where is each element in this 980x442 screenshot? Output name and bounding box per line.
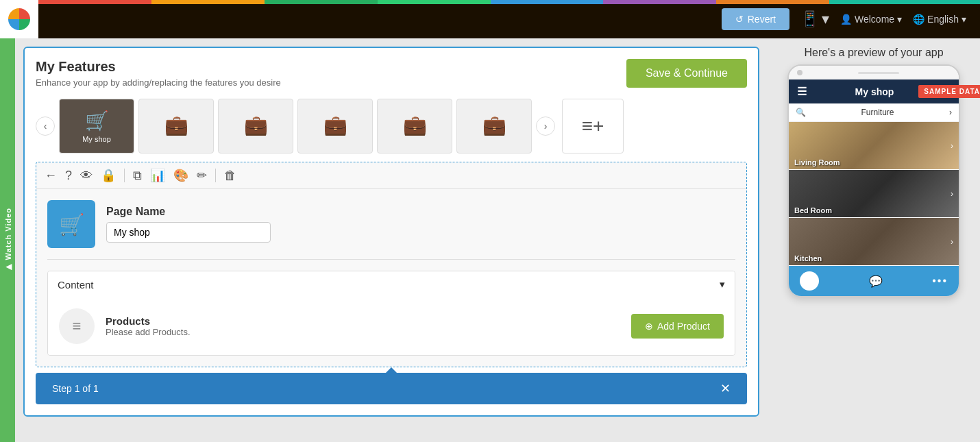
phone-speaker [858, 72, 899, 74]
revert-icon: ↺ [735, 14, 744, 25]
briefcase-icon-3: 💼 [244, 114, 268, 136]
phone-notch [789, 66, 959, 79]
feature-item-myshop[interactable]: 🛒 My shop [59, 99, 134, 154]
add-more-icon: ≡+ [582, 115, 604, 137]
watch-video-sidebar[interactable]: ▶ Watch Video [0, 38, 15, 442]
step-text: Step 1 of 1 [52, 383, 99, 394]
edit-icon[interactable]: ✏ [197, 168, 207, 183]
top-bar-left [0, 0, 38, 38]
content-label: Content [58, 279, 94, 291]
globe-icon: 🌐 [913, 14, 924, 25]
phone-menu-icon[interactable]: ☰ [797, 85, 807, 98]
lock-icon[interactable]: 🔒 [101, 168, 116, 183]
phone-image-grid: Living Room › Bed Room › Kitchen › [789, 122, 959, 266]
back-button[interactable]: ← [45, 169, 57, 183]
phone-more-icon[interactable]: ••• [932, 275, 948, 287]
language-menu[interactable]: 🌐 English ▾ [913, 14, 966, 25]
briefcase-icon-4: 💼 [323, 114, 347, 136]
page-cart-icon: 🛒 [59, 212, 84, 236]
watch-video-label: ▶ Watch Video [3, 208, 12, 272]
step-close-button[interactable]: ✕ [720, 381, 731, 396]
palette-icon[interactable]: 🎨 [173, 168, 188, 183]
toolbar-divider-1 [124, 169, 125, 182]
features-header: My Features Enhance your app by adding/r… [36, 59, 747, 88]
features-icons-row: ‹ 🛒 My shop 💼 💼 💼 💼 [36, 99, 747, 154]
sample-data-badge: SAMPLE DATA [918, 85, 980, 98]
add-more-button[interactable]: ≡+ [562, 99, 624, 154]
list-icon: ≡ [73, 317, 82, 335]
preview-title: Here's a preview of your app [776, 47, 972, 59]
phone-camera [797, 70, 803, 75]
help-icon[interactable]: ? [65, 169, 72, 183]
bedroom-arrow: › [951, 189, 953, 199]
save-continue-button[interactable]: Save & Continue [626, 59, 747, 88]
welcome-arrow: ▾ [897, 14, 902, 25]
products-info: Products Please add Products. [106, 315, 620, 337]
editor-toolbar: ← ? 👁 🔒 ⧉ 📊 🎨 ✏ 🗑 [36, 162, 746, 189]
revert-button[interactable]: ↺ Revert [722, 8, 789, 30]
page-name-section: 🛒 Page Name [47, 200, 735, 260]
add-product-button[interactable]: ⊕ Add Product [631, 314, 724, 339]
products-subtitle: Please add Products. [106, 327, 620, 337]
top-bar-actions: ↺ Revert 📱 ▾ 👤 Welcome ▾ 🌐 English ▾ [722, 8, 966, 30]
phone-chat-icon[interactable]: 💬 [869, 275, 883, 288]
feature-label-myshop: My shop [82, 135, 111, 143]
logo [0, 0, 38, 38]
main-content: ▶ Watch Video My Features Enhance your a… [0, 38, 980, 442]
phone-room-kitchen[interactable]: Kitchen › [789, 218, 959, 266]
add-product-label: Add Product [657, 321, 710, 332]
feature-item-2[interactable]: 💼 [138, 99, 214, 154]
briefcase-icon-5: 💼 [403, 114, 427, 136]
feature-item-3[interactable]: 💼 [218, 99, 293, 154]
page-name-label: Page Name [106, 206, 271, 218]
feature-item-6[interactable]: 💼 [456, 99, 532, 154]
revert-label: Revert [748, 14, 776, 25]
briefcase-icon-6: 💼 [482, 114, 506, 136]
user-menu[interactable]: 👤 Welcome ▾ [840, 14, 902, 25]
content-header[interactable]: Content ▾ [48, 271, 735, 297]
products-icon-circle: ≡ [59, 308, 95, 344]
features-container: My Features Enhance your app by adding/r… [23, 47, 759, 417]
step-tooltip: Step 1 of 1 ✕ [36, 373, 747, 404]
right-panel: Here's a preview of your app SAMPLE DATA… [768, 38, 980, 442]
prev-arrow[interactable]: ‹ [36, 116, 55, 136]
welcome-label: Welcome [855, 14, 894, 25]
page-name-input[interactable] [106, 222, 271, 243]
features-header-text: My Features Enhance your app by adding/r… [36, 59, 281, 88]
logo-icon [7, 7, 32, 32]
chart-icon[interactable]: 📊 [150, 168, 165, 183]
briefcase-icon-2: 💼 [164, 114, 188, 136]
kitchen-arrow: › [951, 237, 953, 247]
kitchen-label: Kitchen [794, 254, 822, 262]
copy-icon[interactable]: ⧉ [133, 169, 142, 183]
feature-editor: ← ? 👁 🔒 ⧉ 📊 🎨 ✏ 🗑 [36, 162, 747, 367]
phone-room-living[interactable]: Living Room › [789, 122, 959, 170]
phone-room-bedroom[interactable]: Bed Room › [789, 170, 959, 218]
next-arrow[interactable]: › [536, 116, 555, 136]
products-title: Products [106, 315, 620, 327]
lang-label: English [927, 14, 959, 25]
device-selector[interactable]: 📱 ▾ [800, 10, 829, 28]
phone-category-arrow: › [949, 108, 952, 117]
trash-icon[interactable]: 🗑 [224, 169, 236, 183]
phone-preview-wrapper: SAMPLE DATA ↘ ☰ My shop 🛒 🔍 Fur [776, 64, 972, 297]
eye-icon[interactable]: 👁 [80, 169, 93, 183]
living-room-arrow: › [951, 141, 953, 151]
bedroom-label: Bed Room [794, 206, 832, 214]
features-subtitle: Enhance your app by adding/replacing the… [36, 77, 281, 88]
center-panel: My Features Enhance your app by adding/r… [15, 38, 768, 442]
user-icon: 👤 [840, 14, 852, 25]
phone-category-bar: 🔍 Furniture › [789, 103, 959, 122]
page-icon-box: 🛒 [47, 200, 95, 248]
page-name-info: Page Name [106, 206, 271, 243]
add-product-plus-icon: ⊕ [645, 321, 653, 332]
phone-search-icon[interactable]: 🔍 [796, 108, 806, 117]
feature-item-4[interactable]: 💼 [297, 99, 373, 154]
content-chevron-icon: ▾ [720, 278, 725, 291]
toolbar-divider-2 [215, 169, 216, 182]
color-bar [38, 0, 980, 4]
phone-frame: ☰ My shop 🛒 🔍 Furniture › Living Room › [787, 64, 960, 297]
editor-content: 🛒 Page Name Content ▾ [36, 189, 746, 367]
feature-item-5[interactable]: 💼 [377, 99, 452, 154]
phone-home-button[interactable] [800, 271, 819, 291]
